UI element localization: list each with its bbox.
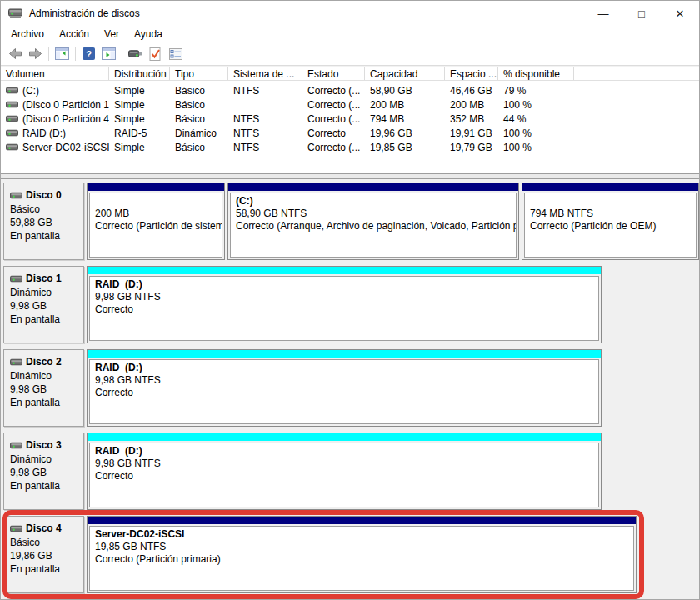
cell-free: 19,91 GB	[445, 128, 498, 139]
cell-volume: Server-DC02-iSCSI	[1, 142, 109, 153]
table-row[interactable]: RAID (D:)RAID-5DinámicoNTFSCorrecto19,96…	[1, 126, 699, 140]
cell-layout: Simple	[109, 142, 170, 153]
table-row[interactable]: (Disco 0 Partición 1)SimpleBásicoCorrect…	[1, 98, 699, 112]
column-header-fs[interactable]: Sistema de ...	[228, 67, 302, 80]
toolbar-separator	[75, 47, 76, 61]
cell-status: Correcto	[302, 128, 365, 139]
partition-color-band	[228, 183, 518, 191]
checklist-icon[interactable]	[168, 47, 182, 61]
cell-layout: Simple	[109, 85, 170, 97]
column-header-type[interactable]: Tipo	[170, 67, 228, 80]
partition[interactable]: RAID (D:)9,98 GB NTFSCorrecto	[87, 432, 602, 510]
device-icon[interactable]	[128, 47, 142, 61]
disk-row-3: Disco 3Dinámico9,98 GBEn pantallaRAID (D…	[3, 432, 699, 510]
column-header-free[interactable]: Espacio ...	[445, 67, 498, 80]
partition-name: RAID (D:)	[95, 278, 594, 291]
table-row[interactable]: (Disco 0 Partición 4)SimpleBásicoNTFSCor…	[1, 112, 699, 126]
disk-status: En pantalla	[10, 479, 80, 492]
partition-size: 200 MB	[95, 208, 218, 220]
cell-layout: Simple	[109, 113, 170, 125]
cell-pct: 79 %	[498, 85, 574, 97]
drive-icon	[10, 442, 22, 449]
column-header-status[interactable]: Estado	[302, 67, 365, 80]
cell-volume: (Disco 0 Partición 4)	[1, 113, 109, 125]
help-icon[interactable]: ?	[82, 47, 96, 61]
column-header-pct[interactable]: % disponible	[498, 67, 574, 80]
volume-name: Server-DC02-iSCSI	[22, 142, 109, 153]
partition[interactable]: 794 MB NTFSCorrecto (Partición de OEM)	[522, 182, 699, 260]
title-bar: Administración de discos — □ ✕	[1, 1, 699, 26]
maximize-button[interactable]: □	[622, 1, 661, 26]
partition-body: 200 MBCorrecto (Partición de sistem	[89, 192, 222, 258]
menu-item-2[interactable]: Ver	[97, 27, 127, 42]
disk-type: Básico	[10, 536, 80, 549]
cell-pct: 100 %	[498, 128, 574, 139]
cell-type: Básico	[170, 142, 228, 153]
partition-size: 794 MB NTFS	[530, 208, 692, 220]
partition[interactable]: 200 MBCorrecto (Partición de sistem	[87, 182, 225, 260]
table-row[interactable]: (C:)SimpleBásicoNTFSCorrecto (...58,90 G…	[1, 83, 699, 98]
cell-status: Correcto (...	[302, 99, 365, 111]
partition-name: RAID (D:)	[95, 362, 594, 374]
disk-label-4[interactable]: Disco 4Básico19,86 GBEn pantalla	[3, 516, 84, 593]
toolbar-separator	[48, 47, 49, 61]
column-header-layout[interactable]: Distribución	[109, 67, 170, 80]
cell-status: Correcto (...	[302, 113, 365, 125]
toolbar-separator	[122, 47, 122, 61]
partition[interactable]: RAID (D:)9,98 GB NTFSCorrecto	[87, 266, 602, 343]
disk-row-0: Disco 0Básico59,88 GBEn pantalla200 MBCo…	[3, 182, 699, 260]
menu-item-3[interactable]: Ayuda	[127, 27, 170, 42]
column-header-volume[interactable]: Volumen	[1, 67, 109, 80]
volume-name: RAID (D:)	[22, 128, 66, 139]
volume-table: VolumenDistribuciónTipoSistema de ...Est…	[1, 66, 699, 173]
help-glyph: ?	[82, 48, 95, 60]
cell-pct: 44 %	[498, 113, 574, 125]
disk-name: Disco 2	[10, 356, 80, 368]
menu-item-1[interactable]: Acción	[52, 27, 97, 42]
disk-label-0[interactable]: Disco 0Básico59,88 GBEn pantalla	[3, 182, 84, 260]
partition-name	[530, 195, 692, 208]
close-button[interactable]: ✕	[661, 1, 699, 26]
disk-row-4: Disco 4Básico19,86 GBEn pantallaServer-D…	[3, 516, 699, 593]
cell-pct: 100 %	[498, 142, 574, 153]
column-header-capacity[interactable]: Capacidad	[365, 67, 445, 80]
partition-status: Correcto (Partición de sistem	[95, 220, 218, 232]
menu-item-0[interactable]: Archivo	[3, 27, 52, 42]
check-task-icon[interactable]	[148, 47, 162, 61]
pane-splitter[interactable]	[1, 173, 699, 179]
partition-color-band	[88, 433, 601, 441]
disk-size: 9,98 GB	[10, 299, 80, 312]
cell-free: 46,46 GB	[445, 85, 498, 97]
cell-pct: 100 %	[498, 99, 574, 111]
back-icon[interactable]	[8, 47, 22, 61]
partition-body: (C:)58,90 GB NTFSCorrecto (Arranque, Arc…	[230, 192, 517, 258]
forward-icon[interactable]	[28, 47, 42, 61]
disk-label-1[interactable]: Disco 1Dinámico9,98 GBEn pantalla	[3, 266, 84, 343]
minimize-button[interactable]: —	[584, 1, 622, 26]
partitions: RAID (D:)9,98 GB NTFSCorrecto	[87, 266, 602, 343]
action-pane-icon[interactable]	[102, 47, 116, 61]
disk-row-1: Disco 1Dinámico9,98 GBEn pantallaRAID (D…	[3, 266, 699, 343]
partition[interactable]: (C:)58,90 GB NTFSCorrecto (Arranque, Arc…	[228, 182, 519, 260]
drive-icon	[6, 101, 18, 108]
table-row[interactable]: Server-DC02-iSCSISimpleBásicoNTFSCorrect…	[1, 140, 699, 154]
disk-size: 19,86 GB	[10, 549, 80, 562]
console-tree-icon[interactable]	[55, 47, 69, 61]
partition-body: RAID (D:)9,98 GB NTFSCorrecto	[89, 442, 599, 508]
partition[interactable]: RAID (D:)9,98 GB NTFSCorrecto	[87, 349, 602, 427]
partition-name: RAID (D:)	[95, 445, 594, 458]
disk-status: En pantalla	[10, 312, 80, 326]
cell-fs: NTFS	[228, 113, 302, 125]
cell-fs: NTFS	[228, 128, 302, 139]
disk-label-2[interactable]: Disco 2Dinámico9,98 GBEn pantalla	[3, 349, 84, 427]
disk-label-3[interactable]: Disco 3Dinámico9,98 GBEn pantalla	[3, 432, 84, 510]
partition-size: 9,98 GB NTFS	[95, 291, 594, 303]
partition[interactable]: Server-DC02-iSCSI19,85 GB NTFSCorrecto (…	[87, 516, 637, 593]
menu-bar: ArchivoAcciónVerAyuda	[1, 26, 699, 42]
partition-status: Correcto	[95, 470, 594, 482]
partitions: RAID (D:)9,98 GB NTFSCorrecto	[87, 349, 602, 427]
drive-icon	[6, 87, 18, 94]
cell-layout: Simple	[109, 99, 170, 111]
volume-table-header: VolumenDistribuciónTipoSistema de ...Est…	[1, 66, 699, 81]
cell-status: Correcto (...	[302, 85, 365, 97]
